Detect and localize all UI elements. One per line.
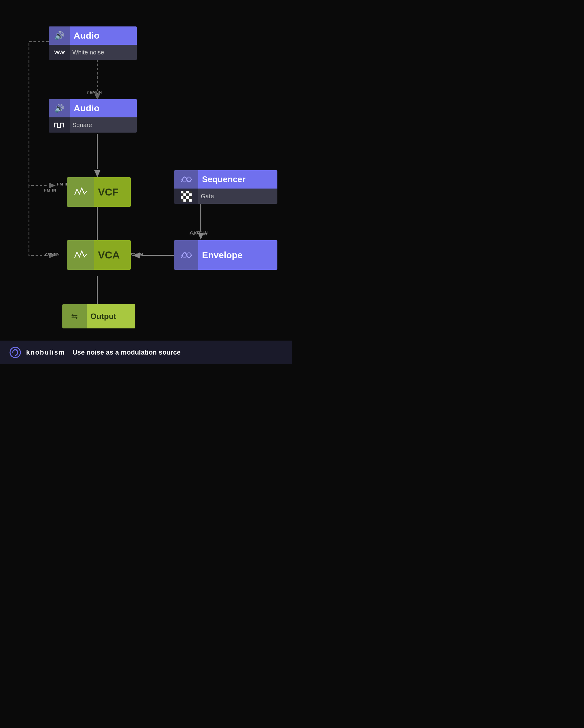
audio-square-icon: 🔊 bbox=[49, 99, 70, 118]
module-sequencer: Sequencer bbox=[174, 170, 277, 204]
footer-brand: knobulism bbox=[26, 348, 65, 356]
svg-rect-20 bbox=[186, 193, 189, 196]
sequencer-icon bbox=[174, 170, 198, 188]
output-icon: ⇆ bbox=[62, 304, 87, 329]
cv-in-left-label: CV IN bbox=[45, 252, 57, 257]
svg-rect-26 bbox=[181, 199, 183, 202]
fm-in-top-label: FM IN bbox=[87, 90, 99, 95]
svg-point-30 bbox=[10, 347, 20, 358]
audio-noise-title: Audio bbox=[70, 26, 137, 45]
envelope-title: Envelope bbox=[198, 240, 277, 270]
svg-marker-4 bbox=[49, 182, 56, 188]
footer: knobulism Use noise as a modulation sour… bbox=[0, 341, 292, 364]
svg-rect-17 bbox=[189, 191, 192, 193]
svg-rect-21 bbox=[189, 193, 192, 196]
knobulism-logo bbox=[9, 346, 21, 359]
svg-rect-22 bbox=[181, 196, 183, 199]
diagram-canvas: FM IN FM IN CV IN CV IN GATE IN FM IN 🔊 … bbox=[0, 0, 292, 341]
svg-marker-3 bbox=[94, 170, 100, 177]
svg-rect-15 bbox=[183, 191, 186, 193]
module-envelope: Envelope bbox=[174, 240, 277, 270]
svg-rect-16 bbox=[186, 191, 189, 193]
footer-tagline: Use noise as a modulation source bbox=[72, 348, 181, 356]
vcf-icon bbox=[67, 177, 94, 207]
module-vcf: VCF bbox=[67, 177, 131, 207]
vca-title: VCA bbox=[94, 240, 131, 270]
cv-in-right-label: CV IN bbox=[131, 252, 144, 257]
sequencer-sub-icon bbox=[174, 188, 198, 204]
audio-noise-icon: 🔊 bbox=[49, 26, 70, 45]
module-audio-noise: 🔊 Audio White noise bbox=[49, 26, 137, 60]
noise-sub-label: White noise bbox=[70, 45, 137, 60]
module-audio-square: 🔊 Audio Square bbox=[49, 99, 137, 133]
module-vca: VCA bbox=[67, 240, 131, 270]
svg-rect-25 bbox=[189, 196, 192, 199]
output-title: Output bbox=[87, 304, 135, 329]
sequencer-sub-label: Gate bbox=[198, 188, 277, 204]
square-sub-label: Square bbox=[70, 118, 137, 133]
vca-icon bbox=[67, 240, 94, 270]
noise-sub-icon bbox=[49, 45, 70, 60]
fm-in-vcf-label: FM IN bbox=[44, 188, 56, 192]
vcf-title: VCF bbox=[94, 177, 131, 207]
envelope-icon bbox=[174, 240, 198, 270]
svg-rect-24 bbox=[186, 196, 189, 199]
svg-rect-18 bbox=[181, 193, 183, 196]
svg-rect-29 bbox=[189, 199, 192, 202]
svg-rect-27 bbox=[183, 199, 186, 202]
svg-rect-19 bbox=[183, 193, 186, 196]
svg-rect-14 bbox=[181, 191, 183, 193]
svg-rect-28 bbox=[186, 199, 189, 202]
svg-rect-23 bbox=[183, 196, 186, 199]
gate-in-display-label: GATE IN bbox=[189, 232, 207, 236]
sequencer-title: Sequencer bbox=[198, 170, 277, 188]
module-output: ⇆ Output bbox=[62, 304, 135, 329]
square-sub-icon bbox=[49, 118, 70, 133]
audio-square-title: Audio bbox=[70, 99, 137, 118]
